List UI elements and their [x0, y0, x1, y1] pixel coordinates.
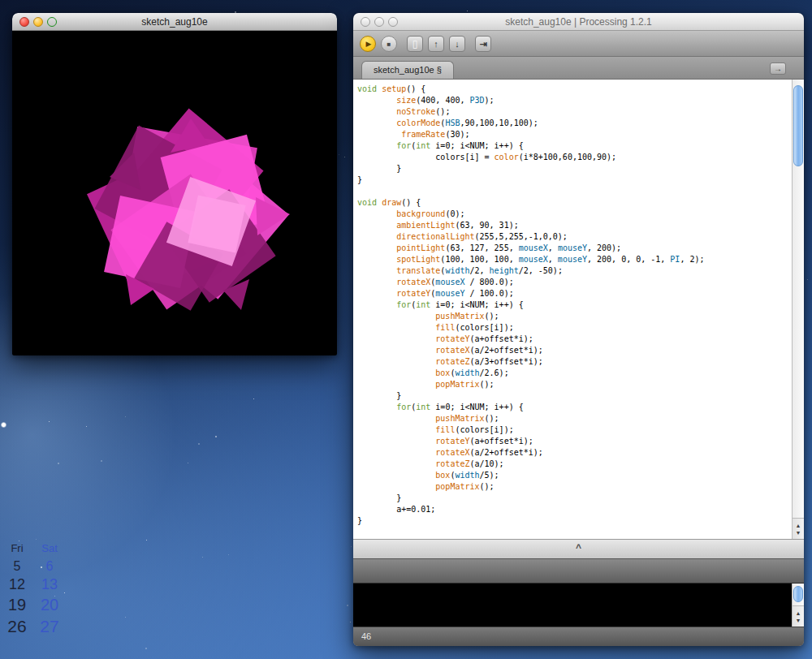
run-button[interactable]: ▶: [360, 36, 376, 52]
code-token: rotateY: [435, 437, 469, 446]
open-sketch-button[interactable]: ↑: [428, 36, 444, 52]
code-line: }: [357, 390, 792, 402]
console-scrollbar-thumb[interactable]: [793, 586, 803, 602]
code-token: i=0; i<NUM; i++) {: [430, 403, 523, 411]
code-line: a+=0.01;: [357, 504, 792, 515]
scroll-up-icon[interactable]: ▲: [796, 609, 801, 617]
code-token: , 200, 0, 0, -1,: [587, 255, 670, 264]
tab-sketch-aug10e[interactable]: sketch_aug10e §: [361, 61, 454, 79]
code-token: translate: [396, 266, 440, 275]
code-token: [357, 425, 435, 434]
star: [125, 416, 126, 417]
code-token: /2, -50);: [519, 266, 563, 275]
code-token: for: [396, 141, 411, 150]
editor-scrollbar-thumb[interactable]: [793, 85, 803, 166]
code-token: height: [490, 266, 519, 275]
code-line: size(400, 400, P3D);: [357, 95, 792, 106]
stop-icon: ■: [387, 41, 391, 48]
code-token: int: [416, 141, 430, 150]
code-token: [357, 414, 435, 423]
code-token: rotateX: [435, 346, 469, 355]
code-token: }: [357, 164, 401, 173]
code-token: ambientLight: [396, 221, 455, 230]
code-token: () {: [401, 198, 421, 207]
code-line: for(int i=0; i<NUM; i++) {: [357, 140, 792, 152]
code-line: ambientLight(63, 90, 31);: [357, 220, 792, 231]
code-token: fill: [435, 425, 455, 434]
star: [228, 554, 229, 555]
sketch-window-titlebar[interactable]: sketch_aug10e: [12, 13, 337, 31]
code-token: [357, 300, 396, 309]
code-token: [357, 368, 435, 377]
code-token: [357, 289, 396, 298]
console-scrollbar-arrows: ▲ ▼: [793, 605, 804, 627]
sketch-canvas[interactable]: [12, 31, 337, 355]
code-token: HSB: [445, 118, 460, 127]
code-editor-area[interactable]: void setup() { size(400, 400, P3D); noSt…: [353, 80, 804, 539]
code-token: mouseY: [558, 255, 587, 264]
code-line: rotateY(mouseY / 100.0);: [357, 288, 792, 299]
code-line: box(width/5);: [357, 470, 792, 481]
code-token: width: [455, 368, 479, 377]
code-token: /2,: [470, 266, 490, 275]
code-token: rotateY: [435, 334, 469, 343]
code-token: width: [445, 266, 469, 275]
code-token: popMatrix: [435, 482, 479, 491]
code-token: (a+offset*i);: [469, 334, 533, 343]
star: [202, 557, 203, 558]
code-token: [357, 266, 396, 275]
code-token: int: [416, 403, 430, 411]
code-token: (colors[i]);: [455, 323, 513, 332]
code-line: background(0);: [357, 209, 792, 220]
code-token: colorMode: [396, 118, 440, 127]
code-token: [357, 118, 396, 127]
scroll-down-icon[interactable]: ▼: [796, 617, 801, 624]
code-token: colors[i] =: [357, 153, 495, 162]
scroll-up-icon[interactable]: ▲: [796, 522, 801, 529]
editor-console-divider[interactable]: ^: [353, 539, 804, 558]
star: [215, 436, 217, 437]
ide-titlebar[interactable]: sketch_aug10e | Processing 1.2.1: [353, 13, 804, 31]
line-number-indicator: 46: [361, 631, 371, 641]
sketch-window-title: sketch_aug10e: [12, 13, 337, 31]
calendar-day: 26: [6, 617, 28, 636]
star: [467, 11, 468, 11]
code-token: mouseX: [435, 278, 464, 286]
code-token: pointLight: [396, 243, 445, 252]
code-line: popMatrix();: [357, 379, 792, 390]
code-line: void draw() {: [357, 197, 792, 209]
code-line: colorMode(HSB,90,100,10,100);: [357, 118, 792, 129]
code-line: }: [357, 515, 792, 527]
code-line: box(width/2.6);: [357, 368, 792, 379]
star: [188, 463, 188, 463]
code-line: rotateZ(a/10);: [357, 459, 792, 470]
code-token: [357, 278, 396, 286]
new-document-icon: ▯: [412, 38, 418, 50]
code-token: setup: [382, 84, 406, 93]
code-line: rotateX(a/2+offset*i);: [357, 345, 792, 356]
console-scrollbar[interactable]: ▲ ▼: [792, 584, 804, 627]
code-token: / 100.0);: [464, 289, 513, 298]
code-token: [357, 96, 396, 105]
editor-scrollbar[interactable]: ▲ ▼: [792, 80, 804, 539]
save-sketch-button[interactable]: ↓: [449, 36, 465, 52]
code-token: (63, 127, 255,: [445, 243, 518, 252]
stop-button[interactable]: ■: [381, 36, 397, 52]
code-line: fill(colors[i]);: [357, 424, 792, 436]
code-line: rotateZ(a/3+offset*i);: [357, 356, 792, 368]
code-token: directionalLight: [396, 232, 474, 241]
ide-toolbar: ▶ ■ ▯ ↑ ↓ ⇥: [353, 31, 804, 57]
scroll-down-icon[interactable]: ▼: [796, 529, 801, 536]
star: [101, 460, 102, 462]
code-line: noStroke();: [357, 106, 792, 118]
code-editor[interactable]: void setup() { size(400, 400, P3D); noSt…: [353, 80, 792, 539]
code-token: }: [357, 493, 401, 502]
star: [19, 541, 19, 541]
code-token: P3D: [470, 96, 485, 105]
new-sketch-button[interactable]: ▯: [407, 36, 423, 52]
code-token: [357, 243, 396, 252]
code-token: , 200);: [587, 243, 621, 252]
export-button[interactable]: ⇥: [475, 36, 491, 52]
code-token: [357, 209, 396, 218]
tab-menu-button[interactable]: →: [770, 62, 786, 75]
